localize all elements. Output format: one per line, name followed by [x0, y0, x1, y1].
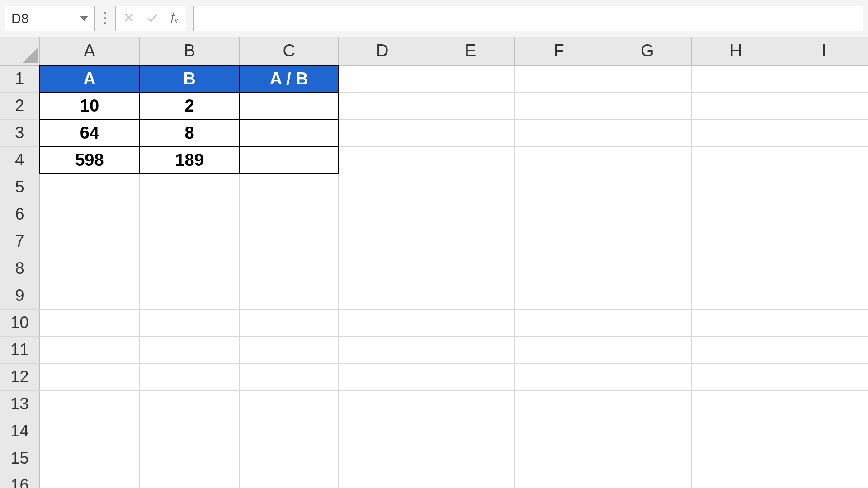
cell-F2[interactable] — [514, 92, 603, 119]
cell-I10[interactable] — [780, 309, 868, 336]
cell-D12[interactable] — [339, 363, 426, 390]
cell-A6[interactable] — [39, 201, 139, 228]
cell-I9[interactable] — [780, 282, 868, 309]
cell-I8[interactable] — [780, 255, 868, 282]
row-header-14[interactable]: 14 — [0, 418, 39, 445]
col-header-F[interactable]: F — [514, 37, 603, 65]
cell-C14[interactable] — [240, 418, 339, 445]
formula-bar-input[interactable] — [193, 6, 863, 31]
cell-F7[interactable] — [514, 228, 603, 255]
cell-G6[interactable] — [603, 201, 692, 228]
cell-A4[interactable]: 598 — [39, 146, 139, 174]
cell-D10[interactable] — [339, 309, 426, 336]
cell-D3[interactable] — [339, 119, 426, 146]
cell-B16[interactable] — [140, 472, 240, 488]
cell-B6[interactable] — [140, 201, 240, 228]
cell-A14[interactable] — [39, 418, 139, 445]
cell-D9[interactable] — [339, 282, 426, 309]
cell-H14[interactable] — [692, 418, 780, 445]
cell-E16[interactable] — [426, 472, 515, 488]
cell-D8[interactable] — [339, 255, 426, 282]
cell-E11[interactable] — [426, 336, 515, 363]
col-header-B[interactable]: B — [140, 37, 240, 65]
cell-F4[interactable] — [514, 146, 603, 174]
col-header-H[interactable]: H — [692, 37, 780, 65]
cell-F3[interactable] — [514, 119, 603, 146]
cell-G1[interactable] — [603, 65, 692, 92]
row-header-3[interactable]: 3 — [0, 119, 39, 146]
row-header-12[interactable]: 12 — [0, 363, 39, 390]
cell-D16[interactable] — [339, 472, 426, 488]
cell-A15[interactable] — [39, 445, 139, 472]
cell-C12[interactable] — [240, 363, 339, 390]
cell-F16[interactable] — [514, 472, 603, 488]
enter-formula-button[interactable] — [146, 13, 158, 24]
cell-D11[interactable] — [339, 336, 426, 363]
cell-C13[interactable] — [240, 390, 339, 418]
cell-E12[interactable] — [426, 363, 515, 390]
cell-A9[interactable] — [39, 282, 139, 309]
cell-A3[interactable]: 64 — [39, 119, 139, 146]
cell-G15[interactable] — [603, 445, 692, 472]
cell-D2[interactable] — [339, 92, 426, 119]
cell-C3[interactable] — [240, 119, 339, 146]
cell-G16[interactable] — [603, 472, 692, 488]
row-header-1[interactable]: 1 — [0, 65, 39, 92]
row-header-13[interactable]: 13 — [0, 390, 39, 418]
row-header-9[interactable]: 9 — [0, 282, 39, 309]
cell-A8[interactable] — [39, 255, 139, 282]
cell-I2[interactable] — [780, 92, 868, 119]
cell-A13[interactable] — [39, 390, 139, 418]
cell-H11[interactable] — [692, 336, 780, 363]
cell-B10[interactable] — [140, 309, 240, 336]
col-header-C[interactable]: C — [240, 37, 339, 65]
row-header-5[interactable]: 5 — [0, 174, 39, 201]
cell-H13[interactable] — [692, 390, 780, 418]
cell-E14[interactable] — [426, 418, 515, 445]
cell-A10[interactable] — [39, 309, 139, 336]
cell-E6[interactable] — [426, 201, 515, 228]
cell-B11[interactable] — [140, 336, 240, 363]
cell-G8[interactable] — [603, 255, 692, 282]
vertical-dots-icon[interactable] — [102, 12, 108, 24]
cell-C8[interactable] — [240, 255, 339, 282]
row-header-16[interactable]: 16 — [0, 472, 39, 488]
cell-I4[interactable] — [780, 146, 868, 174]
cell-H12[interactable] — [692, 363, 780, 390]
cell-C9[interactable] — [240, 282, 339, 309]
cell-G7[interactable] — [603, 228, 692, 255]
select-all-corner[interactable] — [0, 37, 39, 65]
cell-H15[interactable] — [692, 445, 780, 472]
cell-D13[interactable] — [339, 390, 426, 418]
cell-H4[interactable] — [692, 146, 780, 174]
cell-E13[interactable] — [426, 390, 515, 418]
cell-G9[interactable] — [603, 282, 692, 309]
cell-H1[interactable] — [692, 65, 780, 92]
cell-C5[interactable] — [240, 174, 339, 201]
cell-I15[interactable] — [780, 445, 868, 472]
cell-E5[interactable] — [426, 174, 515, 201]
cell-H10[interactable] — [692, 309, 780, 336]
row-header-10[interactable]: 10 — [0, 309, 39, 336]
cell-B5[interactable] — [140, 174, 240, 201]
cell-E8[interactable] — [426, 255, 515, 282]
row-header-8[interactable]: 8 — [0, 255, 39, 282]
cell-F12[interactable] — [514, 363, 603, 390]
col-header-G[interactable]: G — [603, 37, 692, 65]
cell-A7[interactable] — [39, 228, 139, 255]
name-box-dropdown-icon[interactable] — [80, 16, 88, 21]
cell-B14[interactable] — [140, 418, 240, 445]
cell-F11[interactable] — [514, 336, 603, 363]
cell-D7[interactable] — [339, 228, 426, 255]
cell-G2[interactable] — [603, 92, 692, 119]
row-header-2[interactable]: 2 — [0, 92, 39, 119]
name-box[interactable]: D8 — [5, 6, 95, 31]
cell-I5[interactable] — [780, 174, 868, 201]
cell-I7[interactable] — [780, 228, 868, 255]
cell-B13[interactable] — [140, 390, 240, 418]
row-header-6[interactable]: 6 — [0, 201, 39, 228]
cell-G12[interactable] — [603, 363, 692, 390]
cell-D4[interactable] — [339, 146, 426, 174]
cell-H9[interactable] — [692, 282, 780, 309]
cell-A5[interactable] — [39, 174, 139, 201]
